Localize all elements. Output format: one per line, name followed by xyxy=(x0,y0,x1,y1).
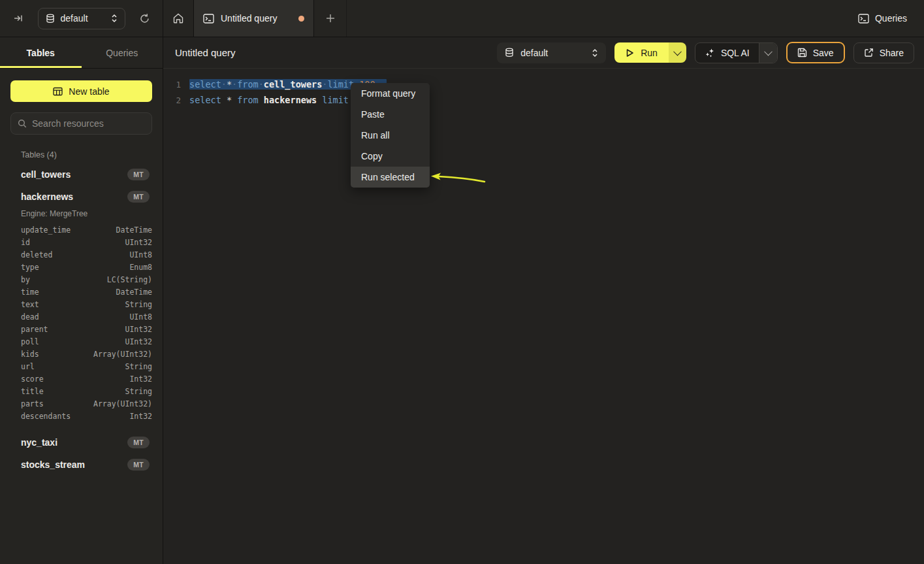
search-input[interactable] xyxy=(32,118,150,129)
menu-item[interactable]: Copy xyxy=(351,146,430,167)
column-type: DateTime xyxy=(116,288,152,297)
token-kw: select xyxy=(189,79,221,90)
column-row: byLC(String) xyxy=(10,273,152,286)
sql-ai-button-label: SQL AI xyxy=(721,48,750,58)
column-row: timeDateTime xyxy=(10,286,152,298)
column-name: id xyxy=(21,238,30,247)
updown-chevron-icon xyxy=(592,48,598,58)
search-box xyxy=(10,112,152,135)
editor-context-menu: Format queryPasteRun allCopyRun selected xyxy=(351,83,430,188)
tab-bar: Untitled query Queries xyxy=(163,0,924,37)
column-row: parentUInt32 xyxy=(10,323,152,335)
column-row: partsArray(UInt32) xyxy=(10,397,152,410)
token-table: cell_towers xyxy=(264,79,322,90)
chevron-down-icon xyxy=(673,48,682,56)
sidebar: New table Tables (4) cell_towersMThacker… xyxy=(0,69,163,564)
whitespace-dot: · xyxy=(322,79,327,90)
column-name: text xyxy=(21,300,39,309)
unsaved-changes-dot xyxy=(298,16,304,22)
sql-ai-dropdown[interactable] xyxy=(759,43,777,63)
terminal-icon xyxy=(203,14,214,24)
search-icon xyxy=(18,119,27,128)
column-name: url xyxy=(21,362,35,371)
sidebar-tabs: Tables Queries xyxy=(0,37,163,69)
column-type: String xyxy=(125,362,152,371)
token-op: * xyxy=(227,95,232,105)
column-type: Array(UInt32) xyxy=(93,350,152,359)
column-type: UInt8 xyxy=(129,250,152,259)
column-type: LC(String) xyxy=(107,275,152,284)
column-name: poll xyxy=(21,337,39,346)
table-engine: Engine: MergeTree xyxy=(10,208,152,224)
database-selector-top-value: default xyxy=(61,13,105,24)
column-type: UInt32 xyxy=(125,337,152,346)
collapse-sidebar-icon[interactable] xyxy=(9,9,27,27)
column-name: time xyxy=(21,288,39,297)
terminal-icon xyxy=(858,14,869,24)
whitespace-dot: · xyxy=(221,79,227,90)
table-name: cell_towers xyxy=(21,169,71,180)
line-number: 1 xyxy=(164,80,181,90)
run-button-group: Run xyxy=(614,42,686,63)
sub-bar: Tables Queries Untitled query default xyxy=(0,37,924,69)
new-table-button[interactable]: New table xyxy=(10,80,152,102)
home-icon[interactable] xyxy=(163,0,193,37)
table-row[interactable]: hackernewsMT xyxy=(10,186,152,208)
column-type: Int32 xyxy=(129,412,152,421)
token-kw: from xyxy=(237,95,259,105)
tables-section-header: Tables (4) xyxy=(21,150,152,159)
run-options-dropdown[interactable] xyxy=(669,42,686,63)
column-type: UInt32 xyxy=(125,238,152,247)
database-icon xyxy=(505,48,514,58)
menu-item[interactable]: Paste xyxy=(351,104,430,125)
floppy-icon xyxy=(797,48,807,58)
new-tab-button[interactable] xyxy=(314,0,347,37)
table-name: nyc_taxi xyxy=(21,437,57,448)
column-row: titleString xyxy=(10,385,152,397)
column-name: parent xyxy=(21,325,48,334)
sidebar-tab-tables-label: Tables xyxy=(27,48,55,58)
queries-button[interactable]: Queries xyxy=(852,0,924,37)
sidebar-tab-tables[interactable]: Tables xyxy=(0,37,82,68)
token-table: hackernews xyxy=(264,95,317,105)
database-selector-toolbar[interactable]: default xyxy=(497,42,606,63)
column-name: by xyxy=(21,275,30,284)
sql-ai-button[interactable]: SQL AI xyxy=(695,43,759,63)
menu-item[interactable]: Run selected xyxy=(351,167,430,188)
refresh-icon[interactable] xyxy=(135,9,153,27)
column-row: scoreInt32 xyxy=(10,373,152,385)
whitespace-dot: · xyxy=(259,79,264,90)
sidebar-header: default xyxy=(0,0,163,37)
column-row: typeEnum8 xyxy=(10,261,152,273)
sparkles-icon xyxy=(705,48,715,58)
column-row: pollUInt32 xyxy=(10,335,152,348)
table-row[interactable]: cell_towersMT xyxy=(10,163,152,186)
engine-badge: MT xyxy=(127,437,150,448)
save-button-label: Save xyxy=(813,48,834,58)
column-type: Int32 xyxy=(129,374,152,384)
share-button[interactable]: Share xyxy=(853,42,914,63)
updown-chevron-icon xyxy=(111,14,118,23)
sidebar-tab-queries[interactable]: Queries xyxy=(82,37,163,68)
tables-list: cell_towersMThackernewsMTEngine: MergeTr… xyxy=(10,163,152,476)
column-name: kids xyxy=(21,350,39,359)
column-name: parts xyxy=(21,399,44,408)
column-row: urlString xyxy=(10,360,152,373)
column-row: idUInt32 xyxy=(10,236,152,248)
table-row[interactable]: stocks_streamMT xyxy=(10,454,152,476)
tab-untitled-query[interactable]: Untitled query xyxy=(193,0,314,37)
token-kw: from xyxy=(237,79,259,90)
menu-item[interactable]: Run all xyxy=(351,125,430,146)
new-table-button-label: New table xyxy=(69,86,109,97)
save-button[interactable]: Save xyxy=(786,42,845,63)
share-icon xyxy=(864,48,874,58)
column-row: update_timeDateTime xyxy=(10,224,152,236)
column-row: deadUInt8 xyxy=(10,310,152,323)
database-selector-top[interactable]: default xyxy=(38,8,125,29)
menu-item[interactable]: Format query xyxy=(351,83,430,104)
run-button[interactable]: Run xyxy=(614,42,669,63)
sql-editor[interactable]: 1select·*·from·cell_towers·limit·100·2se… xyxy=(164,69,924,564)
topbar-spacer xyxy=(347,0,852,37)
column-type: UInt32 xyxy=(125,325,152,334)
table-row[interactable]: nyc_taxiMT xyxy=(10,431,152,454)
